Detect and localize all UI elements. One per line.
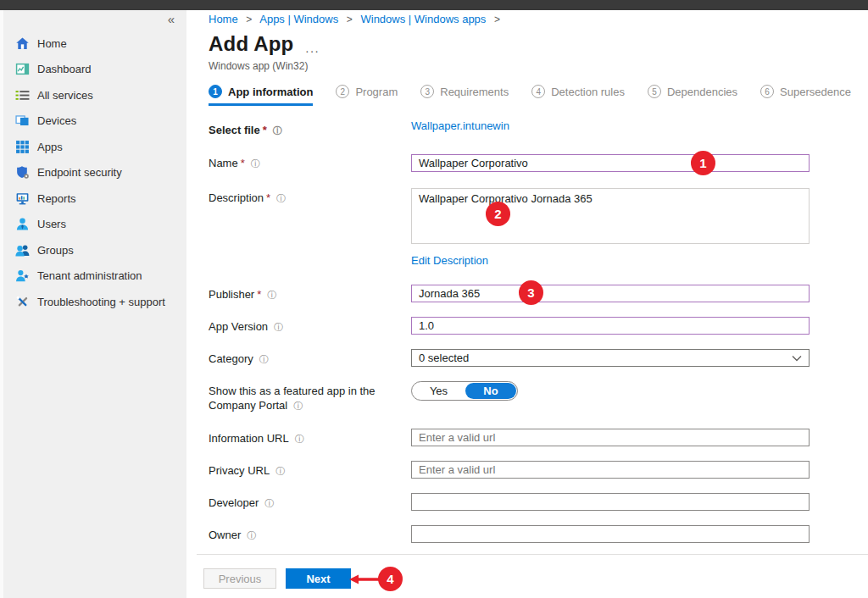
more-options-icon[interactable]: ··· bbox=[305, 44, 320, 58]
sidebar-item-label: Devices bbox=[37, 114, 76, 127]
tab-supersedence[interactable]: 6 Supersedence bbox=[760, 85, 851, 106]
tab-step-number: 2 bbox=[336, 85, 349, 98]
reports-icon bbox=[15, 191, 30, 206]
sidebar-item-label: Groups bbox=[37, 244, 74, 257]
owner-input[interactable] bbox=[411, 525, 810, 543]
chevron-down-icon bbox=[792, 355, 802, 362]
required-asterisk: * bbox=[263, 124, 267, 136]
required-asterisk: * bbox=[266, 191, 270, 204]
info-icon[interactable]: ⓘ bbox=[247, 530, 256, 540]
name-input[interactable]: Wallpaper Corporativo bbox=[411, 154, 810, 172]
tenant-administration-icon bbox=[15, 269, 30, 283]
breadcrumb-separator: > bbox=[347, 14, 353, 25]
sidebar-item-apps[interactable]: Apps bbox=[3, 134, 186, 160]
info-icon[interactable]: ⓘ bbox=[276, 193, 286, 203]
sidebar-item-label: Apps bbox=[37, 141, 63, 153]
sidebar-item-label: Home bbox=[37, 37, 67, 50]
info-icon[interactable]: ⓘ bbox=[293, 401, 303, 411]
privacy-url-input[interactable]: Enter a valid url bbox=[411, 461, 810, 479]
sidebar-item-home[interactable]: Home bbox=[3, 30, 186, 57]
apps-icon bbox=[15, 140, 30, 154]
info-icon[interactable]: ⓘ bbox=[295, 434, 304, 444]
tab-app-information[interactable]: 1 App information bbox=[209, 85, 313, 106]
sidebar-item-label: All services bbox=[37, 89, 93, 102]
sidebar-item-all-services[interactable]: All services bbox=[3, 82, 186, 108]
sidebar-item-label: Reports bbox=[37, 192, 76, 205]
sidebar-item-troubleshooting[interactable]: Troubleshooting + support bbox=[3, 289, 186, 315]
home-icon bbox=[15, 36, 30, 51]
breadcrumb-home[interactable]: Home bbox=[209, 13, 238, 25]
breadcrumb-windows-apps[interactable]: Windows | Windows apps bbox=[360, 13, 486, 25]
sidebar: « Home Dashboard All services Devices bbox=[0, 10, 186, 598]
tab-label: Detection rules bbox=[551, 86, 625, 98]
sidebar-item-label: Troubleshooting + support bbox=[37, 296, 165, 308]
devices-icon bbox=[15, 114, 30, 128]
info-icon[interactable]: ⓘ bbox=[259, 354, 269, 364]
select-file-label: Select file*ⓘ bbox=[209, 124, 282, 137]
required-asterisk: * bbox=[257, 288, 261, 301]
dashboard-icon bbox=[15, 62, 30, 76]
owner-label: Ownerⓘ bbox=[209, 529, 256, 542]
sidebar-item-reports[interactable]: Reports bbox=[3, 185, 186, 212]
troubleshooting-icon bbox=[15, 295, 30, 309]
info-icon[interactable]: ⓘ bbox=[275, 466, 285, 476]
sidebar-item-users[interactable]: Users bbox=[3, 212, 186, 238]
app-version-input[interactable]: 1.0 bbox=[411, 317, 810, 335]
edit-description-link[interactable]: Edit Description bbox=[411, 254, 488, 267]
sidebar-collapse-icon[interactable]: « bbox=[168, 12, 175, 26]
selected-file-link[interactable]: Wallpaper.intunewin bbox=[411, 119, 509, 132]
tab-program[interactable]: 2 Program bbox=[336, 85, 398, 106]
sidebar-item-label: Dashboard bbox=[37, 63, 92, 75]
developer-label: Developerⓘ bbox=[209, 496, 274, 510]
tab-dependencies[interactable]: 5 Dependencies bbox=[648, 85, 737, 106]
tab-label: Program bbox=[355, 86, 398, 98]
tab-detection-rules[interactable]: 4 Detection rules bbox=[531, 85, 625, 106]
category-label: Categoryⓘ bbox=[209, 352, 269, 366]
sidebar-item-groups[interactable]: Groups bbox=[3, 237, 186, 263]
breadcrumb-separator: > bbox=[494, 14, 500, 25]
sidebar-item-endpoint-security[interactable]: Endpoint security bbox=[3, 160, 186, 186]
annotation-step-2: 2 bbox=[486, 202, 510, 226]
groups-icon bbox=[15, 243, 30, 257]
toggle-yes-option[interactable]: Yes bbox=[412, 385, 465, 397]
users-icon bbox=[15, 217, 30, 231]
sidebar-item-label: Endpoint security bbox=[37, 166, 122, 179]
main-content: Home > Apps | Windows > Windows | Window… bbox=[186, 10, 868, 598]
sidebar-item-devices[interactable]: Devices bbox=[3, 108, 186, 135]
info-icon[interactable]: ⓘ bbox=[267, 290, 276, 300]
info-icon[interactable]: ⓘ bbox=[264, 498, 274, 508]
breadcrumb: Home > Apps | Windows > Windows | Window… bbox=[209, 13, 505, 25]
tab-step-number: 1 bbox=[209, 85, 222, 98]
all-services-icon bbox=[15, 88, 30, 102]
next-button[interactable]: Next bbox=[286, 568, 351, 589]
page-title: Add App bbox=[209, 32, 293, 56]
annotation-step-3: 3 bbox=[519, 280, 543, 305]
publisher-input[interactable]: Jornada 365 bbox=[411, 285, 810, 302]
featured-app-toggle[interactable]: Yes No bbox=[411, 381, 518, 401]
sidebar-item-tenant-administration[interactable]: Tenant administration bbox=[3, 263, 186, 290]
breadcrumb-apps-windows[interactable]: Apps | Windows bbox=[259, 13, 338, 25]
app-version-label: App Versionⓘ bbox=[209, 320, 283, 334]
wizard-tabs: 1 App information 2 Program 3 Requiremen… bbox=[209, 85, 851, 106]
footer-divider bbox=[197, 554, 868, 555]
information-url-input[interactable]: Enter a valid url bbox=[411, 429, 810, 446]
sidebar-item-label: Tenant administration bbox=[37, 269, 142, 282]
info-icon[interactable]: ⓘ bbox=[251, 158, 260, 169]
info-icon[interactable]: ⓘ bbox=[274, 322, 283, 332]
developer-input[interactable] bbox=[411, 493, 810, 511]
sidebar-item-label: Users bbox=[37, 218, 66, 230]
tab-step-number: 5 bbox=[648, 85, 661, 98]
page-subtitle: Windows app (Win32) bbox=[209, 60, 308, 72]
information-url-label: Information URLⓘ bbox=[209, 432, 304, 446]
description-textarea[interactable]: Wallpaper Corporativo Jornada 365 bbox=[411, 188, 810, 244]
featured-app-label: Show this as a featured app in the Compa… bbox=[209, 384, 405, 413]
tab-label: App information bbox=[228, 86, 313, 98]
tab-requirements[interactable]: 3 Requirements bbox=[420, 85, 509, 106]
sidebar-item-dashboard[interactable]: Dashboard bbox=[3, 57, 186, 83]
tab-step-number: 4 bbox=[531, 85, 545, 98]
category-dropdown[interactable]: 0 selected bbox=[411, 349, 810, 367]
toggle-no-option[interactable]: No bbox=[465, 383, 516, 399]
info-icon[interactable]: ⓘ bbox=[273, 125, 282, 136]
previous-button[interactable]: Previous bbox=[203, 568, 276, 589]
required-asterisk: * bbox=[241, 157, 245, 169]
